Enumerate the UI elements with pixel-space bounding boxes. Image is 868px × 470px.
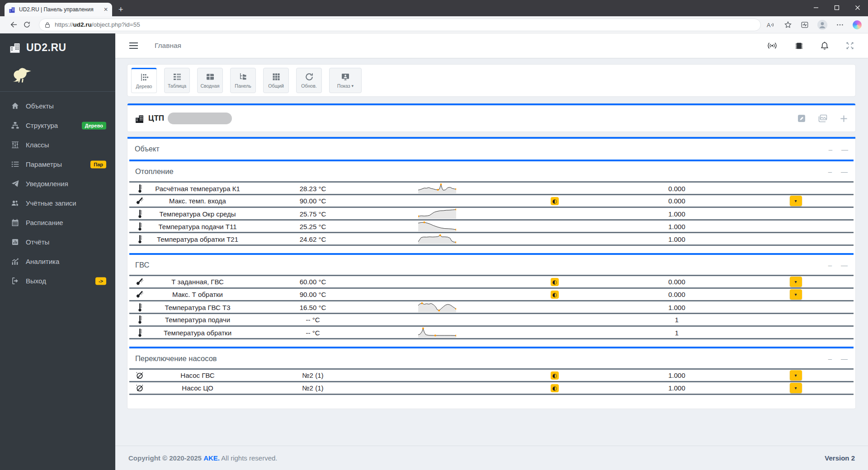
- display-icon: [341, 72, 350, 81]
- analytics-icon: [11, 258, 19, 265]
- lock-icon: [45, 22, 50, 28]
- toolbar-button-table[interactable]: Таблица: [164, 68, 190, 93]
- tab-close-icon[interactable]: ✕: [104, 6, 108, 13]
- sidebar-item-label: Расписание: [26, 219, 63, 226]
- toolbar-button-common[interactable]: Общий: [263, 68, 289, 93]
- table-row: Насос ЦО№2 (1)◐1.000▾: [129, 382, 854, 395]
- table-row: Насос ГВС№2 (1)◐1.000▾: [129, 370, 854, 382]
- broadcast-icon[interactable]: [766, 42, 778, 50]
- window-maximize-button[interactable]: [826, 0, 847, 15]
- toolbar-button-label: Обнов.: [301, 83, 316, 89]
- sidebar-item-analytics[interactable]: Аналитика: [0, 252, 115, 271]
- toolbar-button-pivot[interactable]: Сводная: [197, 68, 223, 93]
- toggle-icon[interactable]: ◐: [551, 291, 559, 299]
- send-icon: [11, 180, 19, 188]
- fullscreen-icon[interactable]: [845, 41, 854, 50]
- sidebar-item-classes[interactable]: Классы: [0, 135, 115, 155]
- browser-essentials-icon[interactable]: [801, 21, 809, 29]
- table-row: Температура Окр среды25.75 °C1.000: [129, 208, 854, 221]
- app-brand[interactable]: UD2.RU: [0, 33, 115, 61]
- thermometer-icon: [137, 303, 142, 312]
- panel-groups: Отопление–—Расчётная температура К128.23…: [129, 160, 854, 395]
- favorites-star-icon[interactable]: [784, 21, 792, 29]
- more-menu-icon[interactable]: [836, 21, 844, 29]
- thermometer-icon: [137, 235, 142, 244]
- sidebar-item-notifications[interactable]: Уведомления: [0, 174, 115, 193]
- thermometer-icon: [137, 315, 142, 324]
- browser-addressbar: https://ud2.ru/object.php?id=55 A: [0, 16, 868, 33]
- profile-avatar[interactable]: [817, 20, 827, 30]
- minimize-icon[interactable]: —: [841, 168, 848, 175]
- address-input[interactable]: https://ud2.ru/object.php?id=55: [39, 19, 761, 31]
- new-tab-button[interactable]: +: [118, 5, 123, 14]
- toolbar-button-label: Общий: [268, 83, 284, 89]
- row-value: №2 (1): [245, 384, 381, 392]
- sidebar-emblem: [0, 61, 115, 92]
- row-dropdown-button[interactable]: ▾: [790, 196, 802, 206]
- toggle-icon[interactable]: ◐: [551, 197, 559, 205]
- toolbar-button-label: Таблица: [168, 83, 186, 89]
- collapse-icon[interactable]: –: [828, 355, 832, 362]
- url-scheme: https://: [55, 21, 73, 28]
- toolbar-button-refresh[interactable]: Обнов.: [296, 68, 322, 93]
- read-aloud-icon[interactable]: A: [766, 21, 775, 29]
- group-title: ГВС: [135, 261, 149, 269]
- row-dropdown-button[interactable]: ▾: [790, 277, 802, 287]
- sidebar-item-reports[interactable]: Отчёты: [0, 232, 115, 252]
- row-dropdown-button[interactable]: ▾: [790, 383, 802, 393]
- minimize-icon[interactable]: —: [841, 262, 848, 268]
- footer-brand-link[interactable]: AKE.: [203, 454, 220, 462]
- sidebar-item-structure[interactable]: СтруктураДерево: [0, 116, 115, 135]
- thermometer-set-icon: [135, 290, 144, 299]
- row-value: 28.23 °C: [245, 185, 381, 193]
- svg-text:A: A: [767, 22, 771, 28]
- collapse-icon[interactable]: –: [828, 262, 832, 268]
- browser-tab[interactable]: UD2.RU | Панель управления ✕: [5, 3, 112, 16]
- toolbar-button-panel[interactable]: Панель: [230, 68, 256, 93]
- toggle-icon[interactable]: ◐: [551, 278, 559, 286]
- chip-icon[interactable]: [794, 41, 804, 51]
- hamburger-menu-icon[interactable]: [129, 42, 138, 49]
- row-sparkline: [418, 183, 456, 194]
- edit-icon[interactable]: [797, 114, 806, 123]
- copilot-icon[interactable]: [853, 20, 862, 29]
- collapse-icon[interactable]: –: [828, 168, 832, 175]
- sidebar-item-parameters[interactable]: ПараметрыПар: [0, 155, 115, 174]
- sidebar-item-schedule[interactable]: Расписание: [0, 213, 115, 232]
- row-sparkline: [418, 233, 456, 245]
- back-icon[interactable]: [6, 18, 20, 32]
- panel-title: Объект: [135, 145, 159, 153]
- window-close-button[interactable]: [847, 0, 868, 15]
- sidebar-badge: Дерево: [82, 122, 106, 129]
- minimize-icon[interactable]: —: [841, 146, 848, 153]
- toggle-icon[interactable]: ◐: [551, 384, 559, 392]
- sidebar-badge: Пар: [90, 160, 106, 168]
- sidebar-item-logout[interactable]: Выход->: [0, 271, 115, 291]
- calendar-icon: [11, 219, 19, 226]
- row-dropdown-button[interactable]: ▾: [790, 289, 802, 300]
- bell-icon[interactable]: [820, 41, 829, 51]
- collapse-icon[interactable]: –: [829, 146, 832, 153]
- sidebar-item-objects[interactable]: Объекты: [0, 96, 115, 116]
- row-name: Насос ГВС: [150, 371, 245, 379]
- toggle-icon[interactable]: ◐: [551, 371, 559, 380]
- group-header: ГВС–—: [129, 255, 854, 275]
- add-icon[interactable]: [840, 114, 848, 123]
- sidebar-item-accounts[interactable]: Учётные записи: [0, 193, 115, 213]
- toolbar-button-show[interactable]: Показ▾: [329, 68, 362, 93]
- window-minimize-button[interactable]: [806, 0, 826, 15]
- row-dropdown-button[interactable]: ▾: [790, 370, 802, 381]
- row-number: 0.000: [616, 185, 738, 193]
- users-icon: [11, 199, 19, 207]
- row-name: Макс. Т обратки: [150, 291, 245, 298]
- sidebar-badge: ->: [95, 277, 106, 285]
- refresh-icon[interactable]: [20, 18, 33, 32]
- group-title: Переключение насосов: [135, 354, 217, 363]
- panel-icon: [239, 72, 248, 81]
- minimize-icon[interactable]: —: [841, 355, 848, 362]
- thermometer-icon: [137, 222, 142, 231]
- report-icon: [11, 238, 19, 246]
- images-icon[interactable]: [818, 114, 828, 123]
- thermometer-icon: [137, 328, 142, 338]
- toolbar-button-tree[interactable]: Дерево: [131, 68, 157, 93]
